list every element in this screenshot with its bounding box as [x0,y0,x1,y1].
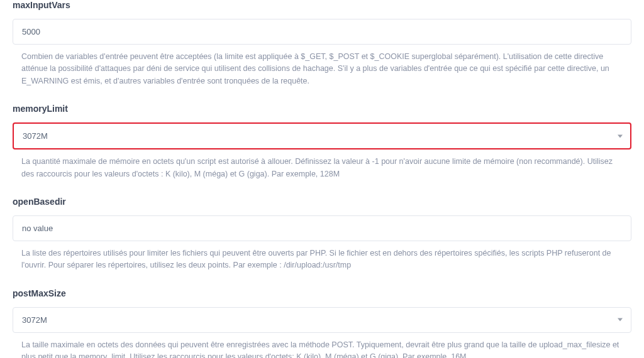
field-post-max-size: postMaxSize 3072M La taille maximale en … [13,288,631,358]
label-max-input-vars: maxInputVars [13,0,631,10]
field-max-input-vars: maxInputVars Combien de variables d'entr… [13,0,631,87]
description-open-basedir: La liste des répertoires utilisés pour l… [13,247,631,272]
label-open-basedir: openBasedir [13,197,631,207]
select-post-max-size[interactable]: 3072M [13,307,631,333]
field-open-basedir: openBasedir La liste des répertoires uti… [13,197,631,272]
select-memory-limit[interactable]: 3072M [13,122,631,149]
input-max-input-vars[interactable] [13,19,631,45]
label-post-max-size: postMaxSize [13,288,631,298]
description-max-input-vars: Combien de variables d'entrée peuvent êt… [13,51,631,87]
label-memory-limit: memoryLimit [13,104,631,114]
description-memory-limit: La quantité maximale de mémoire en octet… [13,156,631,180]
field-memory-limit: memoryLimit 3072M La quantité maximale d… [13,104,631,180]
select-wrapper-memory-limit: 3072M [13,122,631,149]
description-post-max-size: La taille maximale en octets des données… [13,339,631,358]
select-wrapper-post-max-size: 3072M [13,307,631,333]
input-open-basedir[interactable] [13,215,631,241]
